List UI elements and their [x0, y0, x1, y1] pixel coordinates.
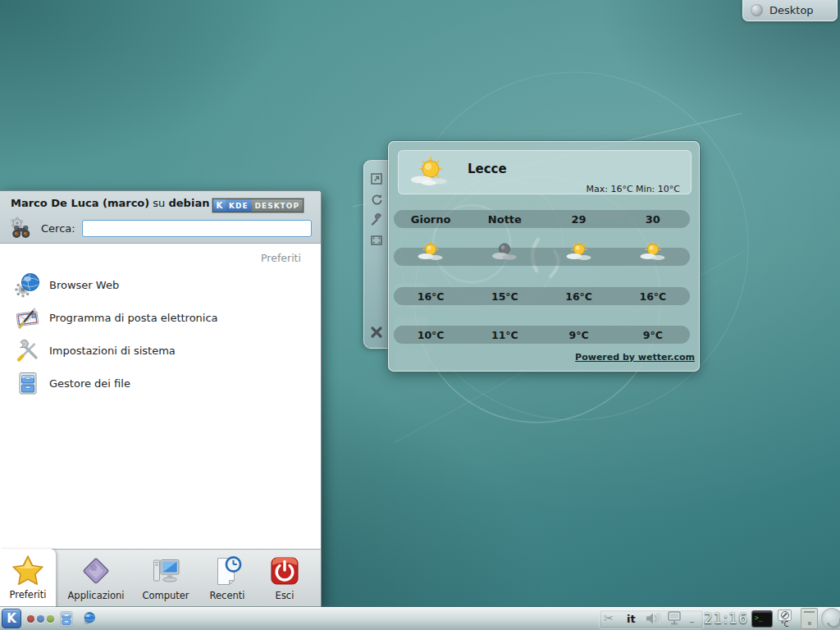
favorite-label: Programma di posta elettronica: [49, 312, 218, 324]
configure-icon[interactable]: [370, 213, 383, 226]
clipboard-scissors-icon[interactable]: ✂: [604, 607, 614, 630]
mail-icon: [15, 304, 41, 331]
tab-computer[interactable]: Computer: [133, 550, 199, 609]
user-title: Marco De Luca (marco) su debian: [11, 197, 209, 209]
toolbox-cashew-icon: [751, 4, 763, 16]
forecast-column-header: Giorno: [394, 213, 468, 226]
virtual-desktop-dot[interactable]: [37, 615, 44, 623]
sun-cloud-icon: [394, 241, 468, 266]
weather-maxmin: Max: 16°C Min: 10°C: [586, 184, 680, 194]
kde-desktop-badge: K KDE DESKTOP: [212, 199, 304, 212]
weather-city: Lecce: [468, 162, 507, 176]
launcher-favorite-item[interactable]: Impostazioni di sistema: [0, 334, 321, 367]
weather-tray-icon[interactable]: °C: [778, 607, 792, 630]
tab-label: Recenti: [210, 590, 245, 601]
close-icon[interactable]: [369, 325, 384, 340]
digital-clock[interactable]: 21:16: [704, 607, 748, 630]
forecast-column-header: 30: [616, 213, 690, 226]
tab-label: Esci: [276, 590, 294, 601]
forecast-night-temps-row: 10°C11°C9°C9°C: [394, 326, 690, 344]
toolbox-label: Desktop: [769, 4, 814, 16]
forecast-night-temp: 9°C: [542, 329, 616, 341]
sun-cloud-icon: [542, 241, 616, 266]
terminal-icon[interactable]: [751, 607, 773, 630]
panel-cashew-icon[interactable]: [821, 607, 840, 630]
search-label: Cerca:: [41, 222, 75, 235]
maximize-icon[interactable]: [370, 234, 383, 247]
favorite-label: Gestore dei file: [49, 377, 130, 390]
bottom-panel: K ✂ it: [0, 607, 840, 630]
launcher-tab-bar: PreferitiApplicazioniComputerRecentiEsci: [0, 549, 321, 608]
computer-icon: [149, 555, 182, 587]
forecast-column-header: 29: [542, 213, 616, 226]
forecast-night-temp: 9°C: [616, 329, 690, 341]
forecast-column-header: Notte: [468, 213, 541, 226]
launcher-favorite-item[interactable]: Browser Web: [0, 268, 321, 301]
tab-label: Applicazioni: [68, 590, 125, 601]
weather-widget: Lecce Max: 16°C Min: 10°C GiornoNotte293…: [388, 141, 700, 372]
forecast-icon-row: [394, 248, 690, 266]
kde-logo-icon: K: [213, 199, 226, 212]
tray-expander-icon[interactable]: ▴: [690, 607, 694, 630]
forecast-day-temp: 16°C: [616, 290, 690, 303]
forecast-header-row: GiornoNotte2930: [394, 210, 690, 228]
weather-credit-link[interactable]: Powered by wetter.com: [575, 352, 695, 363]
launcher-favorite-item[interactable]: Gestore dei file: [0, 367, 321, 399]
diamond-icon: [80, 555, 112, 587]
web-browser-panel-icon[interactable]: [80, 610, 97, 627]
favorite-label: Browser Web: [49, 279, 119, 291]
search-input[interactable]: [82, 220, 312, 237]
binoculars-search-icon: [10, 217, 33, 240]
launcher-favorite-item[interactable]: Programma di posta elettronica: [0, 301, 321, 334]
desktop-pager[interactable]: [27, 615, 54, 623]
virtual-desktop-dot[interactable]: [47, 615, 54, 623]
sun-cloud-icon: [407, 155, 454, 193]
application-launcher-window: Marco De Luca (marco) su debian K KDE DE…: [0, 190, 322, 607]
rotate-icon[interactable]: [370, 193, 383, 206]
volume-icon[interactable]: [645, 607, 663, 630]
night-cloud-icon: [468, 241, 541, 266]
power-icon: [268, 555, 301, 587]
tab-applicazioni[interactable]: Applicazioni: [64, 550, 128, 609]
forecast-day-temp: 15°C: [468, 290, 541, 303]
file-manager-panel-icon[interactable]: [57, 609, 75, 628]
tab-label: Preferiti: [9, 589, 46, 600]
applet-handle[interactable]: [363, 160, 389, 349]
keyboard-layout-indicator[interactable]: it: [627, 607, 636, 630]
tab-recenti[interactable]: Recenti: [202, 550, 253, 609]
recent-icon: [211, 555, 244, 587]
favorite-label: Impostazioni di sistema: [49, 345, 176, 357]
calendar-strip-widget[interactable]: [801, 607, 818, 630]
tab-esci[interactable]: Esci: [259, 550, 310, 609]
star-icon: [11, 554, 44, 587]
tab-preferiti[interactable]: Preferiti: [0, 549, 56, 609]
sun-cloud-icon: [616, 241, 690, 266]
globe-gear-icon: [15, 272, 41, 298]
forecast-night-temp: 10°C: [394, 329, 468, 341]
resize-icon[interactable]: [370, 172, 383, 185]
desktop-toolbox[interactable]: Desktop: [742, 0, 838, 21]
section-label: Preferiti: [261, 252, 301, 264]
tab-label: Computer: [142, 590, 189, 601]
virtual-desktop-dot[interactable]: [27, 615, 34, 623]
forecast-day-temp: 16°C: [394, 290, 468, 303]
cabinet-icon: [15, 370, 41, 396]
tools-icon: [15, 337, 41, 363]
network-monitor-icon[interactable]: [666, 607, 682, 630]
forecast-night-temp: 11°C: [468, 329, 541, 341]
desktop: Desktop: [0, 0, 840, 630]
launcher-header: Marco De Luca (marco) su debian K KDE DE…: [0, 191, 321, 244]
forecast-day-temp: 16°C: [542, 290, 616, 303]
forecast-day-temps-row: 16°C15°C16°C16°C: [394, 287, 690, 305]
kde-menu-button[interactable]: K: [2, 609, 21, 628]
weather-header: Lecce Max: 16°C Min: 10°C: [398, 150, 692, 194]
